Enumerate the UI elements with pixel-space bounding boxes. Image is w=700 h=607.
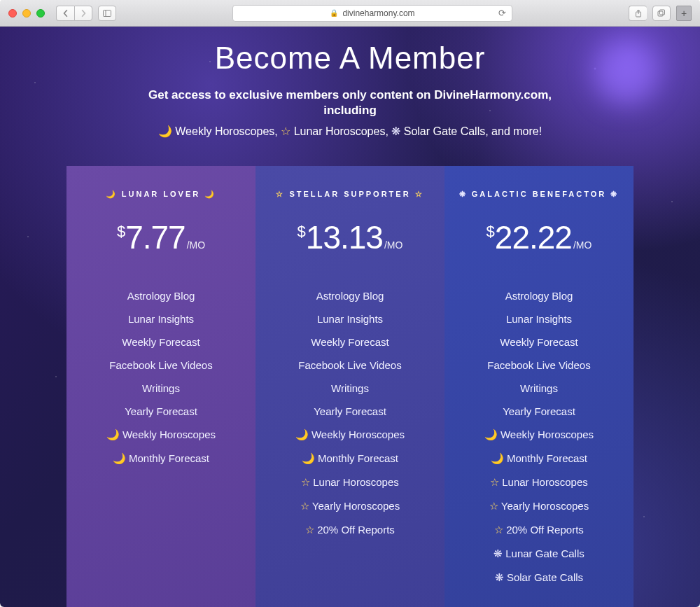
- page-title: Become A Member: [28, 41, 672, 76]
- feature-label: Weekly Horoscopes: [312, 428, 405, 440]
- feature-label: Astrology Blog: [127, 290, 195, 302]
- plan-features: Astrology BlogLunar InsightsWeekly Forec…: [268, 284, 432, 542]
- star-icon: ☆: [276, 190, 285, 198]
- feature-item: ☆20% Off Reports: [268, 518, 432, 542]
- feature-item: ☆Yearly Horoscopes: [457, 494, 621, 518]
- tabs-icon: [657, 9, 666, 18]
- pricing-plans: 🌙 Lunar Lover 🌙$7.77/moAstrology BlogLun…: [66, 166, 634, 607]
- window-controls: [8, 9, 45, 18]
- feature-item: ☆Lunar Horoscopes: [268, 470, 432, 494]
- feature-label: Monthly Forecast: [507, 452, 587, 464]
- hero-subtitle-line3: 🌙 Weekly Horoscopes, ☆ Lunar Horoscopes,…: [28, 125, 672, 138]
- reload-button[interactable]: ⟳: [498, 8, 506, 18]
- sun-icon: ❋: [391, 125, 400, 137]
- feature-label: 20% Off Reports: [506, 524, 584, 536]
- back-button[interactable]: [56, 6, 74, 21]
- price-period: /mo: [573, 239, 592, 251]
- star-icon: ☆: [489, 500, 498, 512]
- hero-feature-2: Lunar Horoscopes,: [294, 125, 388, 137]
- feature-label: Weekly Forecast: [311, 336, 388, 348]
- feature-item: 🌙Weekly Horoscopes: [457, 423, 621, 447]
- minimize-window-button[interactable]: [22, 9, 31, 18]
- feature-label: Writings: [331, 382, 369, 394]
- browser-titlebar: 🔒 divineharmony.com ⟳ +: [0, 0, 700, 27]
- feature-item: ❋Solar Gate Calls: [457, 566, 621, 589]
- plan-price: $7.77/mo: [79, 218, 243, 256]
- chevron-left-icon: [62, 9, 70, 18]
- moon-icon: 🌙: [158, 125, 172, 137]
- star-icon: ☆: [490, 476, 499, 488]
- feature-label: Weekly Horoscopes: [122, 428, 216, 440]
- forward-button[interactable]: [74, 6, 92, 21]
- maximize-window-button[interactable]: [36, 9, 45, 18]
- sun-icon: ❋: [610, 190, 619, 198]
- feature-item: Facebook Live Videos: [79, 354, 243, 377]
- price-value: 7.77: [125, 218, 186, 256]
- price-period: /mo: [384, 239, 402, 251]
- address-bar[interactable]: 🔒 divineharmony.com ⟳: [232, 5, 512, 22]
- nav-back-forward: [56, 6, 92, 21]
- feature-item: Lunar Insights: [457, 307, 621, 330]
- feature-item: Lunar Insights: [268, 307, 432, 330]
- plan-name-label: Galactic Benefactor: [468, 190, 611, 198]
- feature-item: ☆Lunar Horoscopes: [457, 470, 621, 494]
- plan-price: $13.13/mo: [268, 218, 432, 256]
- new-tab-button[interactable]: +: [676, 6, 692, 21]
- lock-icon: 🔒: [330, 9, 338, 17]
- plan-card[interactable]: ❋ Galactic Benefactor ❋$22.22/moAstrolog…: [444, 166, 634, 607]
- feature-label: Monthly Forecast: [129, 452, 209, 464]
- feature-item: Weekly Forecast: [79, 330, 243, 354]
- feature-label: Monthly Forecast: [318, 452, 398, 464]
- feature-label: 20% Off Reports: [317, 524, 395, 536]
- plan-card[interactable]: ☆ Stellar Supporter ☆$13.13/moAstrology …: [255, 166, 444, 607]
- feature-label: Yearly Forecast: [125, 405, 197, 417]
- hero-subtitle-line1: Get access to exclusive members only con…: [28, 88, 672, 102]
- feature-label: Facebook Live Videos: [487, 359, 590, 371]
- feature-label: Lunar Insights: [128, 313, 194, 325]
- feature-item: Writings: [79, 377, 243, 400]
- plan-price: $22.22/mo: [457, 218, 621, 256]
- feature-label: Facebook Live Videos: [109, 359, 212, 371]
- feature-label: Lunar Horoscopes: [313, 476, 399, 488]
- tabs-button[interactable]: [652, 6, 671, 21]
- star-icon: ☆: [281, 125, 290, 137]
- moon-icon: 🌙: [106, 428, 120, 440]
- hero-feature-1: Weekly Horoscopes,: [175, 125, 277, 137]
- price-value: 13.13: [306, 218, 383, 256]
- currency-symbol: $: [117, 223, 125, 241]
- currency-symbol: $: [298, 223, 306, 241]
- feature-item: 🌙Weekly Horoscopes: [79, 423, 243, 447]
- hero-subtitle-line2: including: [28, 104, 672, 118]
- close-window-button[interactable]: [8, 9, 17, 18]
- feature-item: Writings: [268, 377, 432, 400]
- price-period: /mo: [187, 239, 205, 251]
- plan-name-label: Lunar Lover: [118, 190, 205, 198]
- svg-rect-0: [104, 10, 111, 16]
- plan-name-label: Stellar Supporter: [285, 190, 414, 198]
- plan-card[interactable]: 🌙 Lunar Lover 🌙$7.77/moAstrology BlogLun…: [66, 166, 255, 607]
- moon-icon: 🌙: [484, 428, 498, 440]
- feature-item: Yearly Forecast: [79, 400, 243, 423]
- feature-label: Yearly Forecast: [314, 405, 386, 417]
- sidebar-icon: [103, 9, 111, 18]
- feature-item: Facebook Live Videos: [457, 354, 621, 377]
- moon-icon: 🌙: [302, 452, 315, 464]
- sun-icon: ❋: [495, 571, 504, 583]
- feature-label: Writings: [142, 382, 180, 394]
- share-button[interactable]: [629, 6, 647, 21]
- feature-label: Writings: [520, 382, 558, 394]
- feature-label: Yearly Horoscopes: [501, 500, 589, 512]
- feature-item: 🌙Weekly Horoscopes: [268, 423, 432, 447]
- star-icon: ☆: [415, 190, 424, 198]
- sun-icon: ❋: [493, 547, 503, 559]
- page-content: Become A Member Get access to exclusive …: [0, 27, 700, 607]
- currency-symbol: $: [486, 223, 495, 241]
- feature-item: Yearly Forecast: [457, 400, 621, 423]
- sidebar-toggle-button[interactable]: [98, 6, 116, 21]
- plan-features: Astrology BlogLunar InsightsWeekly Forec…: [79, 284, 243, 470]
- feature-label: Solar Gate Calls: [507, 571, 583, 583]
- feature-label: Astrology Blog: [316, 290, 384, 302]
- plan-name: ☆ Stellar Supporter ☆: [268, 190, 432, 199]
- svg-rect-4: [660, 10, 665, 15]
- price-value: 22.22: [495, 218, 572, 256]
